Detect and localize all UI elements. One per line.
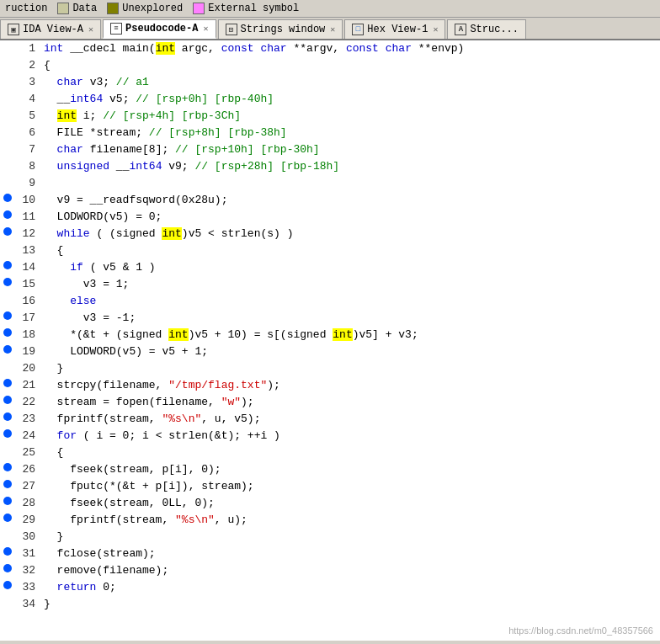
tab-ida-view-a[interactable]: ▣ IDA View-A ✕ [0, 19, 101, 39]
tab-pseudocode-a[interactable]: ≡ Pseudocode-A ✕ [103, 19, 216, 39]
tab-strings-window-close[interactable]: ✕ [330, 24, 335, 35]
breakpoint-dot [3, 480, 12, 488]
breakpoint-dot [3, 194, 12, 202]
code-row: 3 char v3; // a1 [0, 74, 660, 91]
code-row: 25 { [0, 444, 660, 461]
breakpoint-col[interactable] [0, 327, 15, 337]
breakpoint-col[interactable] [0, 394, 15, 404]
line-number: 32 [15, 562, 40, 579]
line-number: 20 [15, 360, 40, 377]
breakpoint-col[interactable] [0, 495, 15, 505]
code-row: 28 fseek(stream, 0LL, 0); [0, 495, 660, 512]
code-line-content: int i; // [rsp+4h] [rbp-3Ch] [40, 108, 660, 125]
code-row: 26 fseek(stream, p[i], 0); [0, 461, 660, 478]
code-row: 33 return 0; [0, 579, 660, 596]
breakpoint-col[interactable] [0, 40, 15, 42]
code-line-content: fclose(stream); [40, 546, 660, 562]
breakpoint-col[interactable] [0, 175, 15, 177]
breakpoint-dot [3, 429, 12, 438]
breakpoint-col[interactable] [0, 310, 15, 320]
code-line-content: fprintf(stream, "%s\n", u, v5); [40, 411, 660, 428]
code-row: 4 __int64 v5; // [rsp+0h] [rbp-40h] [0, 91, 660, 108]
breakpoint-col[interactable] [0, 209, 15, 219]
breakpoint-col[interactable] [0, 141, 15, 143]
line-number: 3 [15, 74, 40, 91]
code-line-content: __int64 v5; // [rsp+0h] [rbp-40h] [40, 91, 660, 108]
breakpoint-col[interactable] [0, 91, 15, 93]
line-number: 4 [15, 91, 40, 108]
code-row: 13 { [0, 242, 660, 259]
tab-ida-view-a-close[interactable]: ✕ [88, 24, 93, 35]
code-line-content: while ( (signed int)v5 < strlen(s) ) [40, 226, 660, 242]
line-number: 10 [15, 192, 40, 209]
breakpoint-col[interactable] [0, 529, 15, 530]
breakpoint-col[interactable] [0, 546, 15, 556]
tab-pseudocode-a-close[interactable]: ✕ [203, 24, 208, 34]
code-line-content: } [40, 360, 660, 377]
breakpoint-col[interactable] [0, 512, 15, 522]
breakpoint-dot [3, 328, 12, 337]
breakpoint-col[interactable] [0, 428, 15, 438]
tab-strings-window[interactable]: ⊡ Strings window ✕ [218, 19, 343, 39]
code-row: 17 v3 = -1; [0, 310, 660, 327]
breakpoint-dot [3, 514, 12, 522]
breakpoint-col[interactable] [0, 192, 15, 202]
breakpoint-dot [3, 278, 12, 286]
tab-pseudocode-a-icon: ≡ [110, 23, 122, 35]
breakpoint-col[interactable] [0, 411, 15, 421]
breakpoint-dot [3, 463, 12, 471]
code-row: 18 *(&t + (signed int)v5 + 10) = s[(sign… [0, 327, 660, 343]
breakpoint-col[interactable] [0, 276, 15, 286]
breakpoint-col[interactable] [0, 360, 15, 362]
breakpoint-col[interactable] [0, 226, 15, 236]
line-number: 2 [15, 57, 40, 74]
breakpoint-col[interactable] [0, 242, 15, 244]
breakpoint-col[interactable] [0, 57, 15, 59]
breakpoint-dot [3, 379, 12, 387]
breakpoint-col[interactable] [0, 377, 15, 387]
code-row: 27 fputc(*(&t + p[i]), stream); [0, 478, 660, 495]
code-row: 8 unsigned __int64 v9; // [rsp+28h] [rbp… [0, 158, 660, 175]
breakpoint-col[interactable] [0, 579, 15, 589]
breakpoint-dot [3, 227, 12, 236]
tab-struc[interactable]: A Struc... [447, 19, 526, 39]
breakpoint-col[interactable] [0, 478, 15, 488]
breakpoint-dot [3, 345, 12, 354]
breakpoint-col[interactable] [0, 562, 15, 572]
breakpoint-col[interactable] [0, 158, 15, 160]
breakpoint-col[interactable] [0, 444, 15, 446]
breakpoint-col[interactable] [0, 596, 15, 598]
code-line-content: LODWORD(v5) = 0; [40, 209, 660, 226]
tab-hex-view-1-close[interactable]: ✕ [433, 24, 438, 35]
code-row: 2{ [0, 57, 660, 74]
code-line-content: unsigned __int64 v9; // [rsp+28h] [rbp-1… [40, 158, 660, 175]
breakpoint-col[interactable] [0, 293, 15, 295]
breakpoint-col[interactable] [0, 74, 15, 76]
breakpoint-col[interactable] [0, 343, 15, 354]
tab-hex-view-1[interactable]: □ Hex View-1 ✕ [344, 19, 445, 39]
code-row: 11 LODWORD(v5) = 0; [0, 209, 660, 226]
breakpoint-col[interactable] [0, 461, 15, 471]
tab-ida-view-a-icon: ▣ [8, 24, 19, 35]
breakpoint-dot [3, 547, 12, 556]
breakpoint-dot [3, 412, 12, 421]
code-container[interactable]: 1int __cdecl main(int argc, const char *… [0, 40, 660, 641]
code-line-content: for ( i = 0; i < strlen(&t); ++i ) [40, 428, 660, 444]
code-row: 20 } [0, 360, 660, 377]
legend-external-box [193, 3, 205, 14]
legend-data-box [57, 3, 69, 14]
line-number: 13 [15, 242, 40, 259]
code-line-content: LODWORD(v5) = v5 + 1; [40, 343, 660, 360]
line-number: 22 [15, 394, 40, 411]
breakpoint-col[interactable] [0, 108, 15, 109]
breakpoint-col[interactable] [0, 125, 15, 126]
code-line-content: int __cdecl main(int argc, const char **… [40, 40, 660, 57]
line-number: 6 [15, 125, 40, 141]
legend-bar: ruction Data Unexplored External symbol [0, 0, 660, 18]
code-row: 15 v3 = 1; [0, 276, 660, 293]
breakpoint-col[interactable] [0, 259, 15, 269]
line-number: 15 [15, 276, 40, 293]
code-line-content: FILE *stream; // [rsp+8h] [rbp-38h] [40, 125, 660, 141]
tab-hex-view-1-icon: □ [352, 24, 364, 35]
line-number: 14 [15, 259, 40, 276]
